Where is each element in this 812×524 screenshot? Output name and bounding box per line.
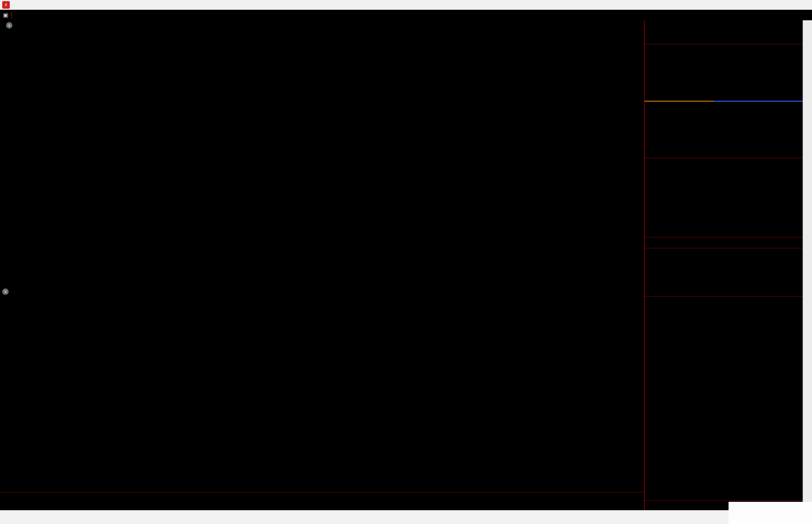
- quote-stats: [645, 159, 803, 237]
- date-axis[interactable]: [0, 484, 644, 492]
- tick-list: [645, 297, 803, 500]
- tdx-terminal-window: ⚡ ▣ ∨ ∨: [0, 0, 812, 524]
- ask-queue: [645, 44, 803, 101]
- split-window-icon[interactable]: ▣: [0, 12, 12, 18]
- chevron-down-icon[interactable]: ∨: [2, 288, 9, 295]
- statusbar: [0, 510, 812, 524]
- bid-queue: [645, 102, 803, 158]
- site-watermark: [729, 502, 812, 524]
- app-logo-icon[interactable]: ⚡: [2, 1, 10, 9]
- company-info-line: [645, 238, 803, 248]
- period-toolbar: ▣: [0, 10, 812, 21]
- side-icon-strip: [803, 20, 812, 510]
- quote-header: [645, 20, 803, 44]
- indicator-tabs-row1: [0, 492, 644, 501]
- menubar: ⚡: [0, 0, 812, 10]
- indicator-tabs-row2: [0, 501, 644, 510]
- quote-panel: [644, 20, 803, 510]
- fund-flow: [645, 248, 803, 297]
- indicator-subchart[interactable]: [0, 286, 644, 484]
- main-candlestick-chart[interactable]: [0, 20, 644, 286]
- subchart-label: ∨: [2, 288, 12, 295]
